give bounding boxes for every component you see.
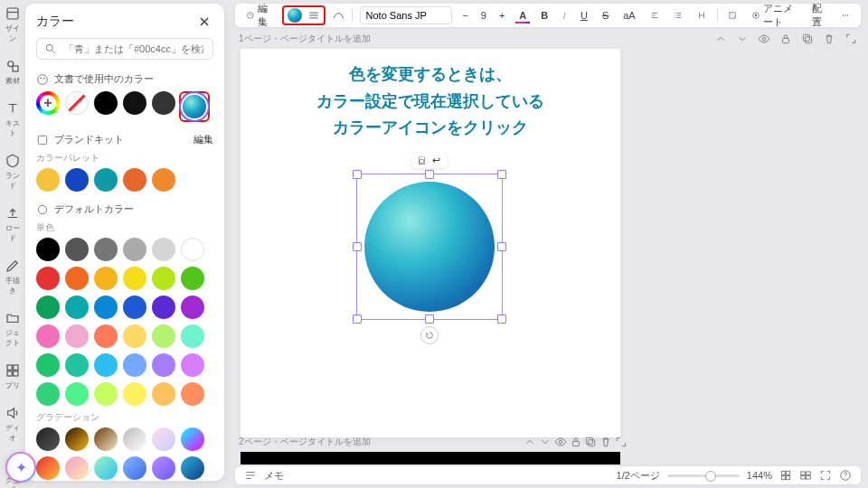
color-swatch[interactable] [36, 168, 60, 192]
gradient-swatch[interactable] [123, 427, 146, 451]
collapse-down-icon[interactable] [539, 436, 552, 448]
rail-item-grid[interactable]: プリ [3, 362, 23, 390]
color-swatch[interactable] [94, 353, 118, 377]
lock-icon[interactable] [779, 33, 792, 45]
color-swatch[interactable] [36, 324, 60, 348]
edit-button[interactable]: 編集 [242, 0, 275, 31]
rail-item-shapes[interactable]: 素材 [3, 58, 23, 86]
add-color-button[interactable] [36, 91, 60, 115]
current-color-swatch[interactable] [183, 95, 206, 118]
collapse-up-icon[interactable] [524, 436, 536, 448]
grid-view-icon[interactable] [779, 469, 792, 482]
transparency-button[interactable] [724, 7, 741, 23]
duplicate-icon[interactable] [584, 436, 597, 448]
fill-color-button[interactable] [288, 8, 302, 23]
text-color-button[interactable]: A [515, 8, 530, 23]
selection-box[interactable]: ⌼↩ [356, 174, 503, 320]
delete-icon[interactable] [599, 436, 612, 448]
lock-icon[interactable] [570, 436, 582, 448]
resize-handle[interactable] [353, 170, 362, 179]
gradient-circle-shape[interactable] [364, 182, 495, 312]
rotate-handle[interactable] [420, 326, 439, 344]
animate-button[interactable]: アニメート [748, 0, 801, 31]
notes-icon[interactable] [244, 469, 257, 482]
bold-button[interactable]: B [537, 8, 552, 23]
color-swatch[interactable] [65, 168, 89, 192]
fullscreen-icon[interactable] [819, 469, 832, 482]
color-swatch[interactable] [123, 267, 146, 290]
gradient-swatch[interactable] [181, 456, 204, 480]
resize-handle[interactable] [497, 170, 506, 179]
color-swatch[interactable] [152, 168, 175, 192]
color-swatch[interactable] [181, 296, 204, 319]
color-swatch[interactable] [65, 267, 89, 290]
gradient-swatch[interactable] [152, 456, 175, 480]
color-swatch[interactable] [152, 296, 175, 319]
help-icon[interactable] [839, 469, 852, 482]
rail-item-folder[interactable]: ジェクト [3, 310, 23, 348]
spacing-button[interactable] [693, 7, 710, 23]
border-style-button[interactable] [307, 9, 320, 22]
gradient-swatch[interactable] [36, 456, 60, 480]
align-button[interactable] [646, 7, 663, 23]
color-swatch[interactable] [94, 168, 118, 192]
memo-button[interactable]: メモ [264, 469, 284, 483]
rail-item-upload[interactable]: ロード [3, 205, 23, 243]
ai-assist-button[interactable]: ✦ [5, 452, 36, 483]
thumbnail-view-icon[interactable] [799, 469, 812, 482]
color-search[interactable] [36, 38, 213, 60]
rail-item-layout[interactable]: ザイン [3, 5, 23, 43]
color-swatch[interactable] [36, 353, 60, 377]
color-swatch[interactable] [123, 353, 146, 377]
color-swatch[interactable] [36, 296, 60, 319]
italic-button[interactable]: I [559, 8, 570, 23]
page-2-preview[interactable] [241, 452, 620, 465]
color-swatch[interactable] [36, 382, 60, 406]
gradient-swatch[interactable] [65, 456, 89, 480]
visibility-icon[interactable] [758, 33, 770, 45]
color-swatch[interactable] [94, 382, 118, 406]
text-case-button[interactable]: aA [619, 8, 638, 23]
color-swatch[interactable] [94, 296, 118, 319]
font-size-minus[interactable]: − [459, 8, 472, 23]
delete-icon[interactable] [823, 33, 835, 45]
color-swatch[interactable] [181, 267, 204, 290]
color-swatch[interactable] [94, 324, 118, 348]
no-color-swatch[interactable] [65, 91, 89, 115]
rail-item-brand[interactable]: ランド [3, 153, 23, 191]
font-family-input[interactable] [360, 6, 452, 24]
page-1[interactable]: 色を変更するときは、 カラー設定で現在選択している カラーアイコンをクリック ⌼… [241, 49, 620, 437]
gradient-swatch[interactable] [94, 427, 118, 451]
underline-button[interactable]: U [577, 8, 591, 23]
rail-item-audio[interactable]: ディオ [3, 405, 23, 443]
color-swatch[interactable] [123, 91, 146, 115]
rail-item-text[interactable]: キスト [3, 100, 23, 138]
resize-handle[interactable] [353, 314, 362, 324]
more-icon[interactable] [837, 7, 854, 23]
visibility-icon[interactable] [554, 436, 567, 448]
resize-handle[interactable] [497, 242, 506, 251]
color-swatch[interactable] [65, 382, 89, 406]
close-icon[interactable] [195, 13, 213, 31]
color-swatch[interactable] [152, 267, 175, 290]
duplicate-icon[interactable] [801, 33, 814, 45]
page1-title[interactable]: 1ページ・ページタイトルを追加 [239, 33, 371, 45]
collapse-down-icon[interactable] [736, 33, 749, 45]
expand-icon[interactable] [844, 33, 857, 45]
line-curve-button[interactable] [333, 8, 344, 23]
color-swatch[interactable] [181, 324, 204, 348]
color-swatch[interactable] [123, 324, 146, 348]
resize-handle[interactable] [353, 242, 362, 251]
zoom-value[interactable]: 144% [747, 470, 772, 481]
list-button[interactable] [670, 7, 686, 23]
page2-title[interactable]: 2ページ・ページタイトルを追加 [239, 436, 371, 448]
gradient-swatch[interactable] [94, 456, 118, 480]
zoom-slider[interactable] [667, 474, 740, 477]
rail-item-pencil[interactable]: 手描き [3, 258, 23, 296]
color-swatch[interactable] [94, 267, 118, 290]
gradient-swatch[interactable] [65, 427, 89, 451]
gradient-swatch[interactable] [36, 427, 60, 451]
color-swatch[interactable] [181, 238, 204, 261]
brand-edit-link[interactable]: 編集 [193, 133, 213, 146]
position-button[interactable]: 配置 [808, 0, 830, 31]
